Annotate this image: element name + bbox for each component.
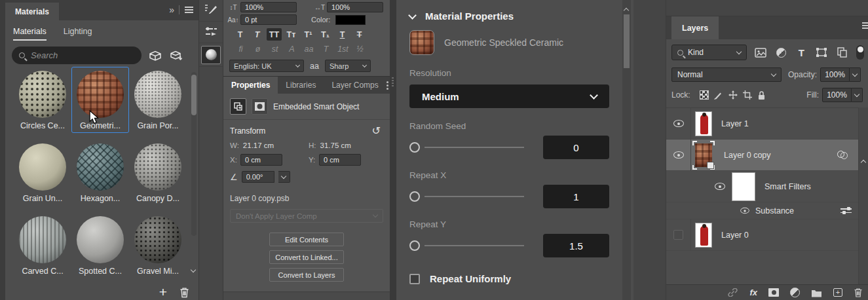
ordinals-button[interactable]: 1st bbox=[336, 45, 350, 54]
tab-properties[interactable]: Properties bbox=[223, 77, 278, 94]
visibility-cell[interactable] bbox=[666, 108, 691, 139]
tab-layer-comps[interactable]: Layer Comps bbox=[324, 77, 386, 94]
filter-blending-options-icon[interactable] bbox=[840, 208, 852, 213]
opacity-value[interactable]: 100% bbox=[820, 67, 850, 82]
materials-window-tab[interactable]: Materials bbox=[5, 3, 59, 20]
y-input[interactable] bbox=[319, 154, 361, 166]
link-layers-icon[interactable] bbox=[727, 288, 738, 297]
layer-name[interactable]: Layer 0 bbox=[721, 231, 749, 240]
scroll-up-icon[interactable] bbox=[624, 8, 629, 13]
filter-smart-objects-icon[interactable] bbox=[836, 46, 848, 59]
repeat-uniformly-checkbox[interactable] bbox=[409, 274, 420, 284]
material-thumbnail[interactable] bbox=[19, 71, 66, 118]
stylistic-alternates-button[interactable]: A bbox=[285, 45, 299, 54]
eye-icon[interactable] bbox=[740, 208, 749, 214]
layer-style-icon[interactable]: fx bbox=[749, 288, 757, 297]
random-seed-slider-knob[interactable] bbox=[409, 142, 420, 153]
material-thumbnail[interactable] bbox=[134, 216, 181, 263]
repeat-x-slider-track[interactable] bbox=[425, 196, 524, 197]
visibility-cell[interactable] bbox=[666, 171, 729, 202]
material-tile[interactable]: Grain Un... bbox=[14, 140, 71, 206]
material-tile-selected[interactable]: Geometri... bbox=[71, 67, 129, 133]
faux-italic-button[interactable]: T bbox=[250, 28, 265, 41]
reset-transform-icon[interactable]: ↺ bbox=[372, 127, 381, 135]
smart-filter-indicator-icon[interactable] bbox=[837, 151, 849, 159]
layer-thumbnail[interactable] bbox=[695, 223, 712, 248]
tab-lighting[interactable]: Lighting bbox=[64, 27, 92, 41]
filter-mask-thumbnail[interactable] bbox=[732, 172, 755, 201]
layer-thumbnail[interactable] bbox=[695, 111, 712, 136]
delete-material-icon[interactable] bbox=[179, 287, 189, 298]
layer-name[interactable]: Layer 1 bbox=[721, 119, 749, 128]
fill-dropdown-button[interactable] bbox=[852, 88, 863, 102]
material-thumbnail[interactable] bbox=[19, 143, 66, 191]
mask-properties-icon[interactable] bbox=[252, 98, 268, 115]
add-material-icon[interactable]: + bbox=[159, 286, 167, 298]
brush-settings-icon[interactable] bbox=[199, 0, 223, 22]
random-seed-slider-track[interactable] bbox=[425, 147, 524, 148]
scrollbar-thumb[interactable] bbox=[624, 14, 630, 68]
x-input[interactable] bbox=[240, 154, 282, 166]
visibility-empty-box[interactable] bbox=[673, 230, 683, 240]
discretionary-ligatures-button[interactable]: st bbox=[268, 45, 282, 54]
resolution-dropdown[interactable]: Medium bbox=[409, 84, 609, 108]
panel-divider[interactable] bbox=[390, 0, 396, 300]
angle-dropdown-button[interactable] bbox=[278, 171, 290, 183]
tab-materials[interactable]: Materials bbox=[13, 27, 47, 41]
material-tile[interactable]: Spotted C... bbox=[71, 212, 129, 278]
random-seed-value[interactable]: 0 bbox=[543, 136, 609, 159]
fractions-button[interactable]: ½ bbox=[353, 45, 367, 54]
material-tile[interactable]: Canopy D... bbox=[129, 140, 187, 206]
swash-button[interactable]: T bbox=[319, 45, 333, 54]
language-dropdown[interactable]: English: UK bbox=[229, 60, 304, 72]
small-caps-button[interactable]: Tᴛ bbox=[284, 28, 299, 41]
repeat-y-slider-knob[interactable] bbox=[409, 240, 420, 251]
baseline-shift-input[interactable] bbox=[240, 14, 297, 25]
ligatures-button[interactable]: fi bbox=[234, 45, 248, 54]
visibility-cell[interactable] bbox=[666, 140, 691, 170]
filter-adjustment-layers-icon[interactable] bbox=[775, 46, 787, 59]
add-layer-mask-icon[interactable] bbox=[768, 288, 779, 297]
eye-icon[interactable] bbox=[673, 120, 684, 127]
lock-all-icon[interactable] bbox=[755, 89, 769, 101]
delete-layer-icon[interactable] bbox=[854, 288, 863, 297]
horizontal-scale-input[interactable] bbox=[327, 2, 383, 12]
contextual-alternates-button[interactable]: ø bbox=[251, 45, 265, 54]
new-adjustment-layer-icon[interactable] bbox=[790, 288, 800, 297]
subscript-button[interactable]: T₁ bbox=[318, 28, 333, 41]
blend-mode-dropdown[interactable]: Normal bbox=[671, 67, 782, 82]
smart-object-thumbnail[interactable] bbox=[692, 141, 715, 170]
titling-alternates-button[interactable]: aa bbox=[302, 45, 316, 54]
underline-button[interactable]: T bbox=[335, 28, 350, 41]
material-tile[interactable]: Gravel Mi... bbox=[129, 212, 187, 278]
layer-row[interactable]: Layer 1 bbox=[666, 108, 858, 140]
material-library-icon[interactable] bbox=[149, 50, 162, 62]
repeat-x-value[interactable]: 1 bbox=[543, 185, 609, 208]
search-input[interactable] bbox=[31, 50, 116, 60]
lock-pixels-icon[interactable] bbox=[711, 89, 726, 101]
collapse-panel-icon[interactable]: » bbox=[169, 5, 174, 15]
material-thumbnail[interactable] bbox=[19, 216, 66, 263]
collapse-smart-filters-icon[interactable] bbox=[861, 160, 866, 165]
filter-shape-layers-icon[interactable] bbox=[816, 46, 828, 59]
strikethrough-button[interactable]: T bbox=[352, 28, 367, 41]
brushes-icon[interactable] bbox=[199, 22, 223, 43]
material-tile[interactable]: Grain Por... bbox=[129, 67, 187, 133]
materials-scrollbar-thumb[interactable] bbox=[191, 75, 197, 115]
panel-menu-icon[interactable] bbox=[862, 25, 868, 26]
material-sphere-button[interactable] bbox=[201, 46, 221, 64]
faux-bold-button[interactable]: T bbox=[233, 28, 248, 41]
repeat-x-slider-knob[interactable] bbox=[409, 191, 420, 202]
eye-icon[interactable] bbox=[673, 151, 684, 159]
layers-scrollbar-track[interactable] bbox=[858, 107, 868, 284]
angle-input[interactable] bbox=[242, 171, 274, 183]
fill-value[interactable]: 100% bbox=[822, 88, 852, 102]
material-properties-scrollbar[interactable] bbox=[622, 0, 631, 300]
material-thumbnail[interactable] bbox=[77, 71, 124, 118]
panel-menu-icon[interactable] bbox=[185, 9, 193, 10]
substance-filter-row[interactable]: Substance bbox=[666, 202, 858, 219]
lock-position-icon[interactable] bbox=[726, 89, 740, 101]
text-color-swatch[interactable] bbox=[335, 15, 366, 25]
material-export-icon[interactable] bbox=[170, 50, 183, 62]
filter-toggle-switch[interactable] bbox=[856, 45, 864, 60]
